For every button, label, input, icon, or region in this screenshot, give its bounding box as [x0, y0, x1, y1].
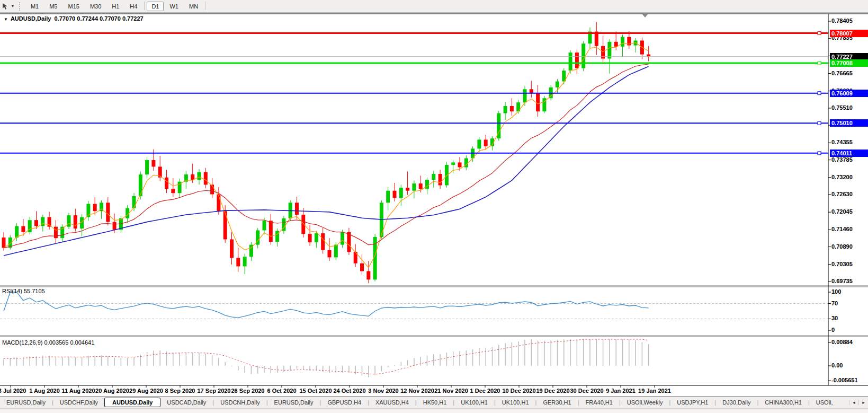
macd-indicator-label: MACD(12,26,9) 0.003565 0.004641	[2, 339, 94, 346]
chart-tab-usdcad-daily[interactable]: USDCAD,Daily	[160, 398, 212, 407]
date-label: 8 Sep 2020	[165, 388, 195, 394]
date-label: 11 Aug 2020	[61, 388, 95, 394]
macd-signal-line	[4, 339, 649, 374]
timeframe-button-d1[interactable]: D1	[147, 2, 164, 11]
price-tick-label: 0.72045	[831, 208, 853, 215]
tab-scroll-left-icon[interactable]: ◂	[849, 400, 858, 405]
macd-histogram-bar	[635, 340, 636, 366]
crosshair-tool-icon[interactable]	[1, 3, 10, 10]
candle-bear	[171, 189, 175, 193]
chart-tab-usdchf-daily[interactable]: USDCHF,Daily	[53, 398, 104, 407]
macd-histogram-bar	[629, 339, 630, 366]
timeframe-button-m15[interactable]: M15	[63, 2, 84, 11]
macd-histogram-bar	[596, 339, 597, 366]
date-label: 29 Aug 2020	[129, 388, 163, 394]
candle-bull	[243, 257, 247, 266]
candle-bear	[295, 203, 299, 215]
tab-scroll-right-icon[interactable]: ▸	[858, 400, 868, 405]
price-badge: 0.74011	[830, 150, 868, 157]
chart-tab-usdcnh-daily[interactable]: USDCNH,Daily	[214, 398, 266, 407]
candle-bull	[198, 172, 201, 180]
price-chart-canvas[interactable]	[0, 13, 868, 396]
macd-histogram-bar	[401, 362, 402, 366]
macd-histogram-bar	[381, 366, 382, 371]
candle-bull	[139, 174, 142, 196]
macd-histogram-bar	[414, 358, 415, 366]
collapse-arrow-icon[interactable]: ▼	[4, 17, 8, 22]
date-label: 17 Sep 2020	[198, 388, 231, 394]
level-line-handle[interactable]	[818, 92, 821, 95]
macd-histogram-bar	[49, 356, 50, 366]
chart-tab-hk50-h1[interactable]: HK50,H1	[417, 398, 453, 407]
level-line-handle[interactable]	[818, 152, 821, 155]
candle-bull	[445, 165, 449, 186]
macd-histogram-bar	[88, 356, 89, 366]
date-label: 23 Jul 2020	[0, 388, 26, 394]
timeframe-button-m30[interactable]: M30	[85, 2, 106, 11]
candle-bear	[230, 239, 234, 258]
chart-tab-fra40-h1[interactable]: FRA40,H1	[579, 398, 619, 407]
macd-histogram-bar	[82, 357, 83, 366]
tool-dropdown-arrow-icon[interactable]: ▼	[11, 4, 15, 8]
timeframe-button-h4[interactable]: H4	[125, 2, 142, 11]
timeframe-button-m5[interactable]: M5	[44, 2, 62, 11]
price-tick-label: 0.78405	[831, 17, 853, 24]
timeframe-button-w1[interactable]: W1	[165, 2, 183, 11]
macd-histogram-bar	[199, 353, 200, 366]
macd-histogram-bar	[277, 366, 278, 373]
date-label: 1 Dec 2020	[470, 388, 500, 394]
candle-bear	[510, 106, 514, 111]
candle-bear	[106, 203, 110, 222]
chart-tab-dj30-daily[interactable]: DJ30,Daily	[716, 398, 757, 407]
macd-histogram-bar	[577, 339, 578, 366]
chart-tab-eurusd-daily[interactable]: EURUSD,Daily	[268, 398, 320, 407]
price-tick-label: 0.70305	[831, 261, 853, 267]
candle-bull	[263, 221, 266, 230]
chart-tab-eurusd-daily[interactable]: EURUSD,Daily	[0, 398, 52, 407]
macd-histogram-bar	[498, 345, 499, 366]
candle-bear	[301, 215, 305, 234]
price-tick-label: 0.73785	[831, 156, 853, 163]
toolbar-drag-handle[interactable]	[19, 2, 22, 11]
macd-histogram-bar	[563, 339, 565, 366]
chart-tab-usdjpy-h1[interactable]: USDJPY,H1	[670, 398, 714, 407]
level-line-handle[interactable]	[818, 32, 821, 35]
timeframe-button-h1[interactable]: H1	[107, 2, 124, 11]
level-line-handle[interactable]	[818, 61, 821, 65]
chart-tab-ger30-h1[interactable]: GER30,H1	[536, 398, 577, 407]
level-line-handle[interactable]	[818, 121, 821, 125]
toolbar-separator	[144, 2, 145, 10]
chart-window: ▼AUDUSD,Daily 0.77070 0.77244 0.77070 0.…	[0, 13, 868, 396]
chart-shift-marker[interactable]	[642, 14, 648, 17]
macd-histogram-bar	[388, 366, 389, 367]
chart-tab-uk100-h1[interactable]: UK100,H1	[454, 398, 494, 407]
macd-histogram-bar	[642, 342, 643, 366]
macd-histogram-bar	[512, 342, 513, 366]
macd-histogram-bar	[10, 358, 11, 366]
date-label: 6 Oct 2020	[267, 388, 296, 394]
chart-tab-usoil[interactable]: USOil,	[810, 398, 839, 407]
macd-histogram-bar	[62, 357, 63, 366]
date-label: 19 Jan 2021	[638, 388, 671, 394]
ma-fast-line[interactable]	[4, 43, 649, 268]
candle-bear	[34, 220, 38, 226]
timeframe-button-mn[interactable]: MN	[184, 2, 203, 11]
price-tick-label: 0.72630	[831, 191, 853, 197]
date-label: 1 Aug 2020	[29, 388, 60, 394]
macd-histogram-bar	[570, 339, 571, 366]
candle-bull	[556, 82, 559, 87]
macd-histogram-bar	[622, 339, 623, 366]
macd-histogram-bar	[479, 348, 480, 366]
macd-histogram-bar	[589, 339, 590, 366]
candle-bear	[308, 234, 312, 242]
chart-tab-china300-h1[interactable]: CHINA300,H1	[758, 398, 808, 407]
date-label: 21 Nov 2020	[434, 388, 468, 394]
macd-histogram-bar	[68, 357, 69, 366]
chart-tab-usoil-weekly[interactable]: USOil,Weekly	[621, 398, 669, 407]
chart-tab-audusd-daily[interactable]: AUDUSD,Daily	[104, 398, 160, 407]
chart-tab-gbpusd-h4[interactable]: GBPUSD,H4	[321, 398, 368, 407]
candle-bear	[439, 174, 442, 186]
chart-tab-xauusd-h4[interactable]: XAUUSD,H4	[369, 398, 415, 407]
timeframe-button-m1[interactable]: M1	[26, 2, 43, 11]
chart-tab-uk100-h1[interactable]: UK100,H1	[496, 398, 535, 407]
